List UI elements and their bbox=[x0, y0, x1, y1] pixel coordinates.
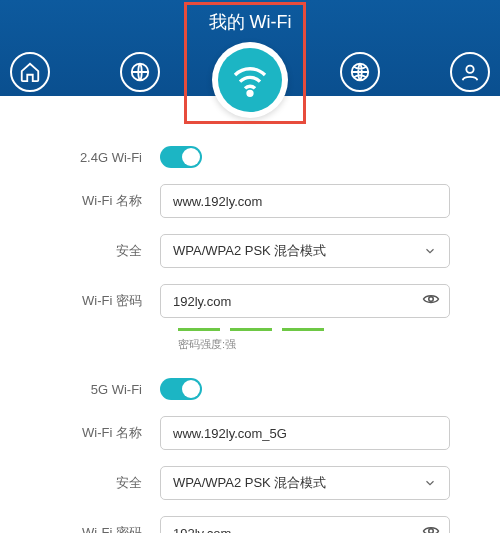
eye-icon[interactable] bbox=[422, 290, 440, 312]
wifi24-security-label: 安全 bbox=[50, 242, 160, 260]
wifi5-password-label: Wi-Fi 密码 bbox=[50, 524, 160, 533]
svg-point-2 bbox=[466, 66, 473, 73]
wifi24-security-select[interactable]: WPA/WPA2 PSK 混合模式 bbox=[160, 234, 450, 268]
page-title: 我的 Wi-Fi bbox=[0, 0, 500, 34]
wifi24-strength: 密码强度:强 bbox=[178, 328, 450, 352]
wifi5-toggle-label: 5G Wi-Fi bbox=[50, 382, 160, 397]
wifi5-security-select[interactable]: WPA/WPA2 PSK 混合模式 bbox=[160, 466, 450, 500]
wifi5-password-input[interactable] bbox=[160, 516, 450, 533]
svg-point-4 bbox=[429, 297, 434, 302]
header: 我的 Wi-Fi bbox=[0, 0, 500, 96]
network-icon[interactable] bbox=[340, 52, 380, 92]
chevron-down-icon bbox=[423, 476, 437, 490]
wifi5-toggle[interactable] bbox=[160, 378, 202, 400]
wifi24-name-input[interactable] bbox=[160, 184, 450, 218]
wifi24-toggle[interactable] bbox=[160, 146, 202, 168]
wifi5-name-input[interactable] bbox=[160, 416, 450, 450]
strength-bars bbox=[178, 328, 450, 331]
wifi24-toggle-label: 2.4G Wi-Fi bbox=[50, 150, 160, 165]
strength-text: 密码强度:强 bbox=[178, 337, 450, 352]
home-icon[interactable] bbox=[10, 52, 50, 92]
svg-point-3 bbox=[248, 91, 252, 95]
eye-icon[interactable] bbox=[422, 522, 440, 533]
content-area: 2.4G Wi-Fi Wi-Fi 名称 安全 WPA/WPA2 PSK 混合模式… bbox=[0, 96, 500, 533]
wifi24-security-value: WPA/WPA2 PSK 混合模式 bbox=[173, 242, 326, 260]
wifi24-password-label: Wi-Fi 密码 bbox=[50, 292, 160, 310]
globe-icon[interactable] bbox=[120, 52, 160, 92]
wifi24-name-label: Wi-Fi 名称 bbox=[50, 192, 160, 210]
wifi-icon bbox=[218, 48, 282, 112]
chevron-down-icon bbox=[423, 244, 437, 258]
svg-point-5 bbox=[429, 529, 434, 533]
wifi24-password-input[interactable] bbox=[160, 284, 450, 318]
wifi-tab-button[interactable] bbox=[212, 42, 288, 118]
user-icon[interactable] bbox=[450, 52, 490, 92]
wifi5-name-label: Wi-Fi 名称 bbox=[50, 424, 160, 442]
wifi5-security-label: 安全 bbox=[50, 474, 160, 492]
wifi5-security-value: WPA/WPA2 PSK 混合模式 bbox=[173, 474, 326, 492]
